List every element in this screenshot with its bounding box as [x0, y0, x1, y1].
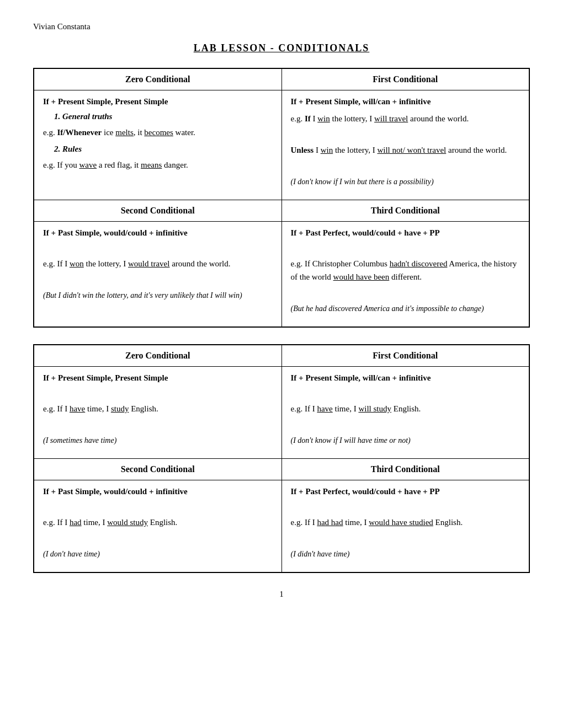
third-formula-2: If + Past Perfect, would/could + have + …	[291, 487, 520, 496]
zero-formula-1: If + Present Simple, Present Simple	[43, 97, 273, 106]
second-conditional-header-2: Second Conditional	[34, 459, 282, 480]
author: Vivian Constanta	[33, 22, 530, 31]
first-example2: Unless I win the lottery, I will not/ wo…	[291, 143, 520, 157]
second-conditional-header-1: Second Conditional	[34, 200, 282, 222]
first-conditional-body-1: If + Present Simple, will/can + infiniti…	[282, 90, 529, 200]
zero-conditional-header-2: Zero Conditional	[34, 345, 282, 367]
page-title: LAB LESSON - CONDITIONALS	[33, 42, 530, 54]
third-example1: e.g. If Christopher Columbus hadn't disc…	[291, 257, 520, 283]
conditionals-table-2: Zero Conditional First Conditional If + …	[33, 344, 530, 573]
third-conditional-body-2: If + Past Perfect, would/could + have + …	[282, 480, 529, 573]
zero-conditional-body-1: If + Present Simple, Present Simple 1. G…	[34, 90, 282, 200]
zero-example1: e.g. If/Whenever ice melts, it becomes w…	[43, 126, 273, 139]
first-formula-1: If + Present Simple, will/can + infiniti…	[291, 97, 520, 106]
zero-conditional-body-2: If + Present Simple, Present Simple e.g.…	[34, 367, 282, 459]
zero-example2: e.g. If you wave a red flag, it means da…	[43, 158, 273, 172]
third-conditional-body-1: If + Past Perfect, would/could + have + …	[282, 222, 529, 328]
third-formula-1: If + Past Perfect, would/could + have + …	[291, 228, 520, 238]
third-note-2: (I didn't have time)	[291, 548, 520, 560]
second-example1: e.g. If I won the lottery, I would trave…	[43, 257, 273, 270]
third-note-1: (But he had discovered America and it's …	[291, 303, 520, 314]
first-example-2: e.g. If I have time, I will study Englis…	[291, 402, 520, 415]
second-formula-1: If + Past Simple, would/could + infiniti…	[43, 228, 273, 238]
first-conditional-header-2: First Conditional	[282, 345, 529, 367]
first-note-1: (I don't know if I win but there is a po…	[291, 176, 520, 188]
second-formula-2: If + Past Simple, would/could + infiniti…	[43, 487, 273, 496]
page-number: 1	[33, 590, 530, 599]
zero-section2: 2. Rules	[54, 144, 273, 154]
zero-formula-2: If + Present Simple, Present Simple	[43, 373, 273, 383]
second-conditional-body-2: If + Past Simple, would/could + infiniti…	[34, 480, 282, 573]
second-conditional-body-1: If + Past Simple, would/could + infiniti…	[34, 222, 282, 328]
zero-conditional-header-1: Zero Conditional	[34, 68, 282, 90]
second-note-2: (I don't have time)	[43, 548, 273, 560]
zero-note-2: (I sometimes have time)	[43, 435, 273, 446]
first-example1: e.g. If I win the lottery, I will travel…	[291, 112, 520, 125]
second-note-1: (But I didn't win the lottery, and it's …	[43, 290, 273, 301]
third-conditional-header-2: Third Conditional	[282, 459, 529, 480]
zero-example-2: e.g. If I have time, I study English.	[43, 402, 273, 415]
first-conditional-header-1: First Conditional	[282, 68, 529, 90]
third-conditional-header-1: Third Conditional	[282, 200, 529, 222]
second-example-2: e.g. If I had time, I would study Englis…	[43, 516, 273, 529]
conditionals-table-1: Zero Conditional First Conditional If + …	[33, 68, 530, 328]
first-conditional-body-2: If + Present Simple, will/can + infiniti…	[282, 367, 529, 459]
first-formula-2: If + Present Simple, will/can + infiniti…	[291, 373, 520, 383]
third-example-2: e.g. If I had had time, I would have stu…	[291, 516, 520, 529]
zero-section1: 1. General truths	[54, 112, 273, 121]
first-note-2: (I don't know if I will have time or not…	[291, 435, 520, 446]
